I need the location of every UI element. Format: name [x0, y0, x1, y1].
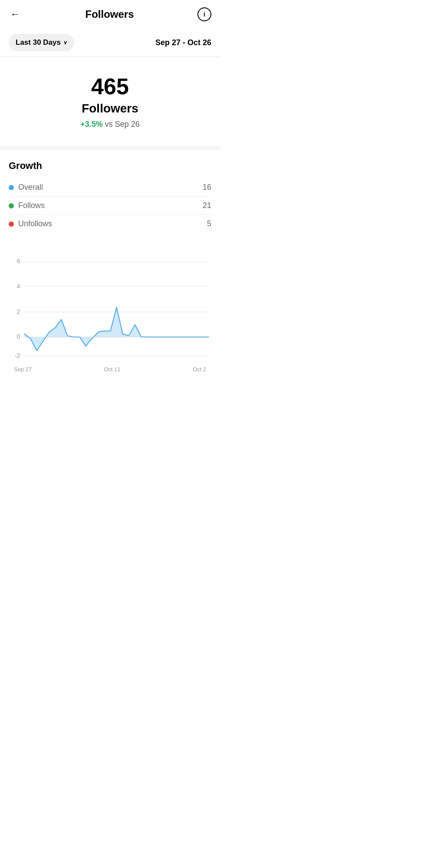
legend-unfollows: Unfollows 5	[9, 215, 211, 233]
legend-overall: Overall 16	[9, 178, 211, 197]
chevron-down-icon: ∨	[63, 40, 67, 46]
overall-dot	[9, 185, 14, 190]
followers-label: Followers	[82, 102, 138, 116]
followers-count: 465	[91, 74, 129, 99]
section-divider	[0, 146, 220, 150]
page-title: Followers	[85, 8, 134, 20]
followers-change: +3.5% vs Sep 26	[80, 120, 140, 129]
follows-value: 21	[203, 201, 211, 210]
back-button[interactable]: ←	[9, 7, 22, 22]
svg-text:0: 0	[16, 333, 20, 340]
header: ← Followers i	[0, 0, 220, 29]
overall-value: 16	[203, 183, 211, 192]
svg-text:2: 2	[16, 308, 20, 315]
follows-dot	[9, 203, 14, 208]
x-label-oct2: Oct 2	[193, 366, 206, 373]
overall-label: Overall	[18, 183, 43, 192]
growth-title: Growth	[9, 160, 211, 172]
chart-x-labels: Sep 27 Oct 11 Oct 2	[7, 364, 213, 380]
date-filter-button[interactable]: Last 30 Days ∨	[9, 34, 74, 51]
unfollows-dot	[9, 221, 14, 227]
chart-section: 6 4 2 0 -2 Sep 27 Oct 11 Oct 2	[0, 240, 220, 384]
x-label-oct11: Oct 11	[104, 366, 120, 373]
legend-follows: Follows 21	[9, 197, 211, 215]
unfollows-value: 5	[207, 219, 211, 228]
chart-fill	[24, 307, 208, 351]
info-button[interactable]: i	[197, 7, 211, 21]
stats-section: 465 Followers +3.5% vs Sep 26	[0, 57, 220, 146]
svg-text:4: 4	[16, 283, 20, 290]
change-suffix: vs Sep 26	[105, 120, 140, 129]
change-positive: +3.5%	[80, 120, 103, 129]
x-label-sep27: Sep 27	[14, 366, 32, 373]
date-filter-label: Last 30 Days	[16, 38, 61, 47]
svg-text:-2: -2	[15, 352, 20, 359]
follows-label: Follows	[18, 201, 45, 210]
filter-bar: Last 30 Days ∨ Sep 27 - Oct 26	[0, 29, 220, 56]
growth-section: Growth Overall 16 Follows 21 Unfollows 5	[0, 150, 220, 240]
svg-text:6: 6	[16, 258, 20, 265]
unfollows-label: Unfollows	[18, 219, 52, 228]
growth-chart: 6 4 2 0 -2	[7, 248, 213, 363]
date-range-label: Sep 27 - Oct 26	[155, 38, 211, 47]
